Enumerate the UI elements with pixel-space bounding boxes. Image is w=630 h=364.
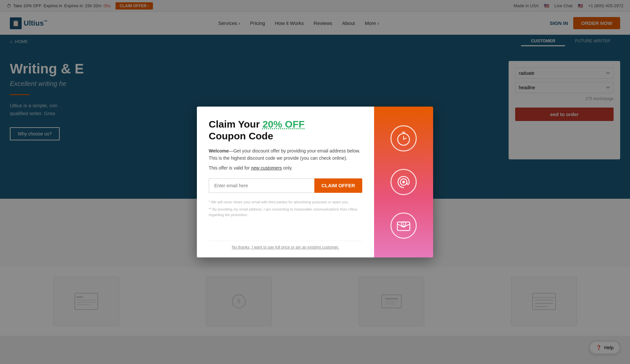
modal-title-line1: Claim Your [209,119,262,130]
modal-left: Claim Your 20% OFF Coupon Code Welcome—G… [197,107,374,257]
modal-overlay[interactable]: Claim Your 20% OFF Coupon Code Welcome—G… [0,0,630,364]
money-envelope-icon: $ [390,212,417,239]
modal-footnotes: * We will never share your email with th… [209,199,362,234]
modal-new-customers-text: This offer is valid for new customers on… [209,165,362,171]
email-row: CLAIM OFFER [209,178,362,193]
coupon-modal: Claim Your 20% OFF Coupon Code Welcome—G… [197,107,433,257]
new-customers-suffix: only. [282,165,292,171]
modal-decline-link[interactable]: No thanks, I want to pay full price or a… [209,241,362,250]
svg-line-20 [404,138,406,139]
new-customers-link[interactable]: new customers [251,165,282,171]
modal-title: Claim Your 20% OFF Coupon Code [209,118,362,142]
svg-point-22 [402,181,405,183]
modal-welcome-bold: Welcome [209,148,229,153]
modal-right: $ [374,107,433,257]
modal-title-line2: Coupon Code [209,131,273,141]
stopwatch-icon [390,125,417,152]
svg-text:$: $ [403,223,404,226]
new-customers-prefix: This offer is valid for [209,165,251,171]
email-at-icon [390,169,417,195]
email-input[interactable] [209,178,314,193]
modal-description: Welcome—Get your discount offer by provi… [209,147,362,162]
modal-desc-rest: —Get your discount offer by providing yo… [209,148,360,161]
modal-discount: 20% OFF [262,119,304,130]
claim-offer-button[interactable]: CLAIM OFFER [314,178,363,193]
footnote-2: ** By providing my email address, I am c… [209,207,362,217]
footnote-1: * We will never share your email with th… [209,199,362,205]
